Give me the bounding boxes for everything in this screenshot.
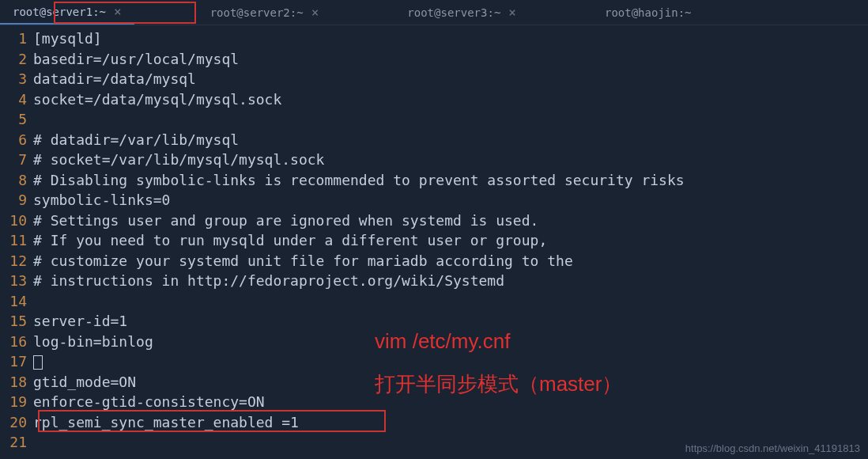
code-line: # Disabling symbolic-links is recommende… xyxy=(33,170,868,191)
line-number: 17 xyxy=(0,351,27,372)
close-icon[interactable]: × xyxy=(114,4,122,19)
code-line: # socket=/var/lib/mysql/mysql.sock xyxy=(33,150,868,170)
code-line: basedir=/usr/local/mysql xyxy=(33,49,868,70)
code-line: rpl_semi_sync_master_enabled =1 xyxy=(33,412,868,433)
line-number: 16 xyxy=(0,332,27,352)
line-number: 8 xyxy=(0,170,27,191)
code-line xyxy=(33,291,868,312)
line-number: 14 xyxy=(0,291,27,312)
line-number: 11 xyxy=(0,230,27,251)
line-number: 20 xyxy=(0,412,27,433)
tab-label: root@server3:~ xyxy=(407,6,500,19)
tab-server3[interactable]: root@server3:~ × xyxy=(394,0,529,25)
tab-bar: root@server1:~ × root@server2:~ × root@s… xyxy=(0,0,868,25)
code-line: socket=/data/mysql/mysql.sock xyxy=(33,89,868,110)
line-number: 18 xyxy=(0,372,27,393)
line-number: 1 xyxy=(0,28,27,49)
line-number: 3 xyxy=(0,69,27,89)
line-numbers-gutter: 123456789101112131415161718192021 xyxy=(0,28,33,453)
line-number: 2 xyxy=(0,49,27,70)
line-number: 7 xyxy=(0,150,27,170)
code-line: # datadir=/var/lib/mysql xyxy=(33,130,868,150)
close-icon[interactable]: × xyxy=(311,5,319,20)
line-number: 19 xyxy=(0,392,27,412)
code-line: # Settings user and group are ignored wh… xyxy=(33,211,868,231)
cursor xyxy=(33,355,43,370)
tab-label: root@server1:~ xyxy=(13,6,106,18)
code-line: server-id=1 xyxy=(33,311,868,332)
line-number: 10 xyxy=(0,211,27,231)
line-number: 6 xyxy=(0,130,27,150)
code-line xyxy=(33,109,868,130)
line-number: 4 xyxy=(0,89,27,110)
code-line: datadir=/data/mysql xyxy=(33,69,868,89)
code-line xyxy=(33,351,868,372)
line-number: 15 xyxy=(0,311,27,332)
code-line: # If you need to run mysqld under a diff… xyxy=(33,230,868,251)
line-number: 5 xyxy=(0,109,27,130)
close-icon[interactable]: × xyxy=(508,5,516,20)
annotation-text-2: 打开半同步模式（master） xyxy=(375,370,622,398)
tab-server1[interactable]: root@server1:~ × xyxy=(0,0,134,25)
tab-label: root@haojin:~ xyxy=(605,6,692,19)
tab-haojin[interactable]: root@haojin:~ xyxy=(592,0,704,25)
tab-label: root@server2:~ xyxy=(210,6,304,19)
code-line: [mysqld] xyxy=(33,28,868,49)
code-line: # customize your systemd unit file for m… xyxy=(33,251,868,271)
line-number: 9 xyxy=(0,190,27,211)
line-number: 21 xyxy=(0,432,27,453)
watermark: https://blog.csdn.net/weixin_41191813 xyxy=(685,442,860,454)
line-number: 12 xyxy=(0,251,27,271)
line-number: 13 xyxy=(0,271,27,291)
tab-server2[interactable]: root@server2:~ × xyxy=(198,0,332,25)
code-line: symbolic-links=0 xyxy=(33,190,868,211)
annotation-text-1: vim /etc/my.cnf xyxy=(375,329,510,354)
code-line: # instructions in http://fedoraproject.o… xyxy=(33,271,868,291)
